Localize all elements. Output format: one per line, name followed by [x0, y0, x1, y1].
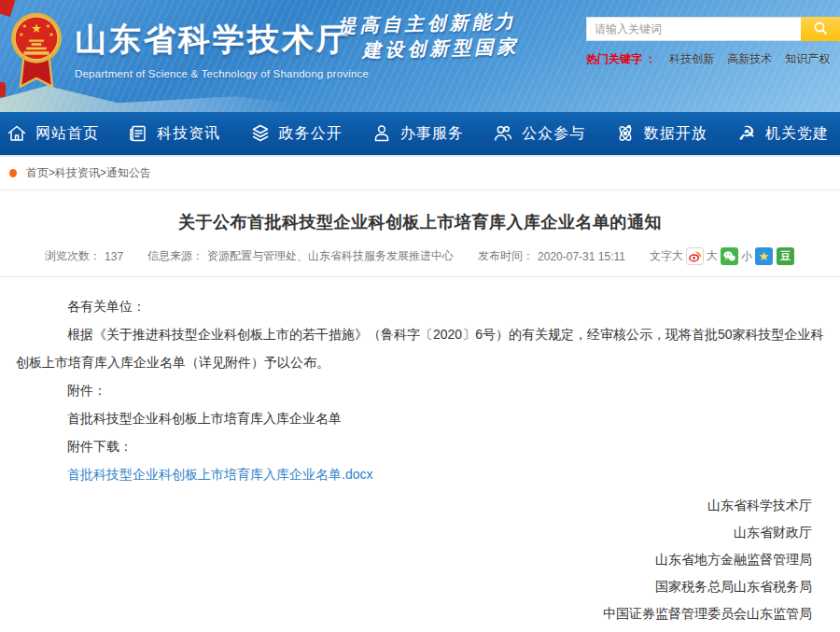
nav-item-news[interactable]: 科技资讯 — [123, 122, 224, 145]
search-input[interactable] — [586, 17, 801, 41]
nav-item-label: 网站首页 — [35, 124, 99, 144]
source-value: 资源配置与管理处、山东省科技服务发展推进中心 — [207, 248, 454, 264]
party-icon: ☭ — [735, 122, 758, 145]
breadcrumb-bullet-icon — [9, 169, 17, 177]
article-body: 各有关单位： 根据《关于推进科技型企业科创板上市的若干措施》（鲁科字〔2020〕… — [0, 277, 840, 488]
signature-date: 2020年7月30日 — [0, 627, 812, 632]
signature-org: 山东省地方金融监督管理局 — [0, 546, 812, 573]
site-title-english: Department of Science & Technology of Sh… — [75, 68, 369, 79]
header-slogan: 提高自主创新能力 建设创新型国家 — [337, 8, 519, 63]
nav-item-label: 办事服务 — [400, 124, 464, 144]
font-size-small-option[interactable]: 小 — [741, 248, 752, 264]
people-icon — [492, 122, 514, 145]
atom-icon — [614, 122, 637, 145]
hot-keyword-link[interactable]: 科技创新 — [669, 51, 714, 67]
nav-item-label: 科技资讯 — [157, 124, 220, 144]
site-header: ★ ★ ★ ★ ★ 山东省科学技术厅 Department of Science… — [0, 0, 840, 112]
hot-keywords-row: 热门关键字 ： 科技创新 高新技术 知识产权 — [586, 51, 840, 67]
attachment-download-link[interactable]: 首批科技型企业科创板上市培育库入库企业名单.docx — [67, 467, 372, 482]
weibo-share-icon[interactable] — [686, 247, 704, 265]
signature-org: 国家税务总局山东省税务局 — [0, 573, 812, 600]
home-icon — [6, 122, 28, 145]
main-navigation: 网站首页 科技资讯 政务公开 — [0, 112, 840, 157]
news-icon — [127, 122, 149, 145]
hot-keywords-label: 热门关键字 ： — [586, 51, 656, 67]
source-meta: 信息来源： 资源配置与管理处、山东省科技服务发展推进中心 — [147, 248, 454, 264]
publish-time-label: 发布时间： — [478, 248, 534, 264]
layers-icon — [249, 122, 272, 145]
views-count: 137 — [105, 250, 123, 263]
signature-org: 山东省科学技术厅 — [0, 492, 812, 519]
article-meta-row: 浏览次数： 137 信息来源： 资源配置与管理处、山东省科技服务发展推进中心 发… — [0, 247, 840, 277]
body-paragraph: 根据《关于推进科技型企业科创板上市的若干措施》（鲁科字〔2020〕6号）的有关规… — [16, 320, 824, 376]
brand-block: 山东省科学技术厅 Department of Science & Technol… — [75, 19, 369, 79]
page-title: 关于公布首批科技型企业科创板上市培育库入库企业名单的通知 — [0, 211, 840, 233]
nav-item-label: 机关党建 — [765, 124, 829, 144]
wechat-share-icon[interactable] — [721, 247, 738, 265]
douban-share-icon[interactable]: 豆 — [777, 247, 794, 265]
signature-org: 中国证券监督管理委员会山东监管局 — [0, 600, 812, 627]
breadcrumb-bar: 首页>科技资讯>通知公告 — [0, 157, 840, 190]
nav-item-public-participation[interactable]: 公众参与 — [488, 122, 589, 145]
breadcrumb[interactable]: 首页>科技资讯>通知公告 — [26, 165, 151, 181]
svg-text:★: ★ — [22, 22, 28, 29]
signature-org: 山东省财政厅 — [0, 519, 812, 546]
download-label: 附件下载： — [16, 432, 824, 460]
left-edge-decoration — [0, 82, 6, 97]
search-icon — [813, 21, 828, 38]
font-size-and-share: 文字大 大 — [650, 247, 795, 265]
publish-time-value: 2020-07-31 15:11 — [538, 250, 625, 263]
nav-item-label: 数据开放 — [644, 124, 707, 144]
svg-text:★: ★ — [19, 31, 24, 37]
attachment-name: 首批科技型企业科创板上市培育库入库企业名单 — [16, 404, 824, 432]
nav-item-services[interactable]: 办事服务 — [367, 122, 468, 145]
publish-time-meta: 发布时间： 2020-07-31 15:11 — [478, 248, 625, 264]
nav-item-label: 公众参与 — [522, 124, 585, 144]
views-meta: 浏览次数： 137 — [45, 248, 123, 264]
salutation: 各有关单位： — [16, 292, 824, 320]
nav-item-gov-disclosure[interactable]: 政务公开 — [245, 122, 346, 145]
page: ★ ★ ★ ★ ★ 山东省科学技术厅 Department of Science… — [0, 0, 840, 632]
font-size-large-option[interactable]: 大 — [707, 248, 718, 264]
svg-text:★: ★ — [49, 31, 54, 37]
attachment-label: 附件： — [16, 376, 824, 404]
signature-block: 山东省科学技术厅 山东省财政厅 山东省地方金融监督管理局 国家税务总局山东省税务… — [0, 492, 840, 632]
font-size-label: 文字大 — [650, 248, 683, 264]
national-emblem-logo: ★ ★ ★ ★ ★ — [11, 11, 62, 97]
views-label: 浏览次数： — [45, 248, 101, 264]
svg-text:★: ★ — [31, 21, 42, 35]
search-area: 热门关键字 ： 科技创新 高新技术 知识产权 — [586, 17, 840, 67]
person-icon — [371, 122, 393, 145]
hot-keyword-link[interactable]: 知识产权 — [785, 51, 830, 67]
article-area: 关于公布首批科技型企业科创板上市培育库入库企业名单的通知 浏览次数： 137 信… — [0, 211, 840, 632]
svg-text:★: ★ — [46, 22, 51, 29]
source-label: 信息来源： — [147, 248, 203, 264]
hot-keyword-link[interactable]: 高新技术 — [727, 51, 772, 67]
slogan-line-2: 建设创新型国家 — [338, 34, 520, 63]
nav-item-open-data[interactable]: 数据开放 — [610, 122, 711, 145]
nav-item-label: 政务公开 — [279, 124, 343, 144]
search-button[interactable] — [801, 17, 840, 41]
site-title: 山东省科学技术厅 — [75, 19, 369, 62]
nav-item-party-building[interactable]: ☭ 机关党建 — [732, 122, 833, 145]
nav-item-home[interactable]: 网站首页 — [2, 122, 103, 145]
qzone-star-share-icon[interactable]: ★ — [755, 247, 773, 265]
